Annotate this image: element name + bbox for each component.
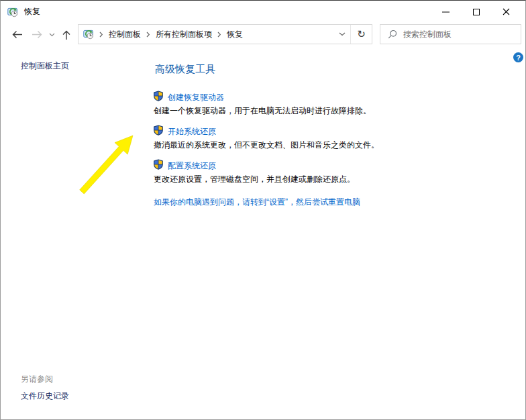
address-dropdown-button[interactable] [334,32,350,36]
up-button[interactable] [62,30,71,40]
annotation-arrow [76,129,140,197]
nav-arrows [11,23,71,46]
help-button[interactable]: ? [513,52,523,62]
task-open-system-restore: 开始系统还原 [153,125,216,138]
minimize-icon [442,11,450,13]
refresh-button[interactable]: ↻ [351,25,372,44]
create-recovery-drive-link[interactable]: 创建恢复驱动器 [168,92,224,103]
minimize-button[interactable] [431,1,461,23]
chevron-down-icon [49,33,55,37]
breadcrumb-item-all-items[interactable]: 所有控制面板项 [156,29,212,40]
uac-shield-icon [153,159,164,172]
recovery-app-icon [7,7,18,17]
up-icon [62,30,71,40]
recent-pages-dropdown[interactable] [49,33,55,37]
uac-shield-icon [153,91,164,104]
task-description: 更改还原设置，管理磁盘空间，并且创建或删除还原点。 [154,174,355,185]
search-input[interactable]: 搜索控制面板 [403,29,452,40]
address-bar[interactable]: 控制面板 所有控制面板项 恢复 ↻ [78,24,372,44]
recovery-app-icon [83,29,94,40]
breadcrumb-item-recovery[interactable]: 恢复 [227,29,243,40]
sidebar-item-control-panel-home[interactable]: 控制面板主页 [21,60,69,72]
help-icon: ? [516,54,521,62]
breadcrumb-chevron-icon [217,32,221,38]
see-also-label: 另请参阅 [21,374,53,385]
maximize-button[interactable] [461,1,491,23]
recovery-window: 恢复 [0,0,526,420]
caption-buttons [431,1,521,23]
navigation-bar: 控制面板 所有控制面板项 恢复 ↻ 搜索控制面板 [1,23,525,46]
back-icon [11,30,23,39]
chevron-down-icon [339,32,346,36]
configure-system-restore-link[interactable]: 配置系统还原 [168,160,216,172]
open-system-restore-link[interactable]: 开始系统还原 [168,126,216,138]
close-icon [503,8,510,15]
forward-icon [32,30,43,39]
sidebar-item-file-history[interactable]: 文件历史记录 [21,390,69,402]
search-icon [388,30,397,39]
task-description: 创建一个恢复驱动器，用于在电脑无法启动时进行故障排除。 [154,105,371,117]
search-box[interactable]: 搜索控制面板 [380,24,521,44]
window-title: 恢复 [24,6,40,17]
task-configure-system-restore: 配置系统还原 [153,160,216,172]
page-title: 高级恢复工具 [155,63,215,76]
forward-button[interactable] [32,30,43,39]
reset-pc-settings-link[interactable]: 如果你的电脑遇到问题，请转到“设置”，然后尝试重置电脑 [154,197,360,208]
refresh-icon: ↻ [357,28,366,40]
title-bar: 恢复 [1,1,525,23]
back-button[interactable] [11,30,23,39]
task-description: 撤消最近的系统更改，但不更改文档、图片和音乐之类的文件。 [154,140,379,151]
breadcrumb-item-control-panel[interactable]: 控制面板 [109,29,141,40]
breadcrumb-chevron-icon [146,32,150,38]
close-button[interactable] [491,1,521,23]
maximize-icon [473,9,480,15]
task-create-recovery-drive: 创建恢复驱动器 [153,91,224,103]
uac-shield-icon [153,125,164,138]
breadcrumb-chevron-icon [99,32,103,38]
